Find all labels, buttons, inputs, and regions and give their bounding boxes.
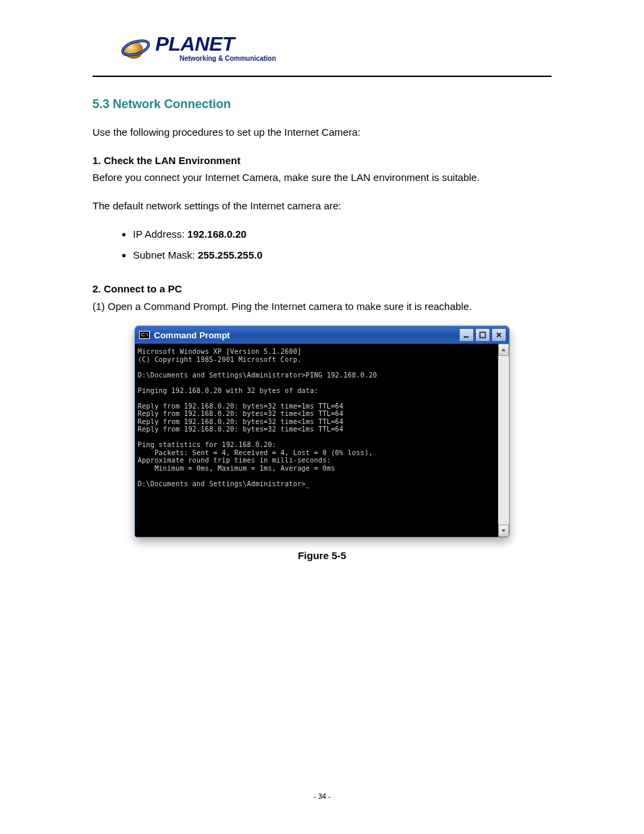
planet-globe-icon (122, 34, 150, 62)
scroll-down-icon[interactable] (498, 525, 509, 537)
subnet-value: 255.255.255.0 (198, 249, 263, 261)
cmd-window-controls (459, 328, 506, 342)
brand-tagline: Networking & Communication (155, 55, 276, 62)
maximize-button[interactable] (475, 328, 490, 342)
header-divider (92, 76, 552, 77)
ip-value: 192.168.0.20 (188, 228, 247, 240)
figure-caption: Figure 5-5 (92, 550, 552, 561)
intro-paragraph: Use the following procedures to set up t… (92, 124, 552, 141)
document-body: 5.3 Network Connection Use the following… (92, 97, 552, 561)
cmd-output: Microsoft Windows XP [Version 5.1.2600] … (135, 344, 498, 537)
page-number: - 34 - (0, 792, 644, 800)
step-2: 2. Connect to a PC (1) Open a Command Pr… (92, 280, 552, 315)
brand-name: PLANET (155, 34, 276, 54)
close-button[interactable] (491, 328, 506, 342)
cmd-icon: C:\ (139, 331, 150, 339)
step-2-title: 2. Connect to a PC (92, 283, 182, 294)
ip-label: IP Address: (133, 228, 188, 240)
cmd-window-title: Command Prompt (154, 330, 455, 340)
brand-logo: PLANET Networking & Communication (122, 34, 644, 62)
step-2-body: (1) Open a Command Prompt. Ping the Inte… (92, 301, 472, 312)
section-heading: 5.3 Network Connection (92, 97, 552, 111)
scroll-up-icon[interactable] (498, 344, 509, 356)
list-item-subnet: Subnet Mask: 255.255.255.0 (133, 246, 552, 264)
default-settings-intro: The default network settings of the Inte… (92, 197, 552, 215)
cmd-scrollbar[interactable] (498, 344, 509, 537)
step-1-body: Before you connect your Internet Camera,… (92, 172, 480, 183)
default-settings-list: IP Address: 192.168.0.20 Subnet Mask: 25… (92, 225, 552, 264)
step-1: 1. Check the LAN Environment Before you … (92, 152, 552, 186)
svg-marker-7 (502, 348, 506, 351)
step-1-title: 1. Check the LAN Environment (92, 155, 240, 166)
page-header: PLANET Networking & Communication (0, 0, 644, 62)
subnet-label: Subnet Mask: (133, 249, 198, 261)
command-prompt-window: C:\ Command Prompt Microsoft Windows XP … (134, 325, 510, 538)
svg-marker-8 (502, 529, 506, 532)
list-item-ip: IP Address: 192.168.0.20 (133, 225, 552, 243)
svg-rect-3 (464, 336, 468, 338)
minimize-button[interactable] (459, 328, 474, 342)
svg-rect-4 (480, 332, 485, 338)
cmd-titlebar: C:\ Command Prompt (135, 326, 509, 344)
scroll-track[interactable] (498, 356, 509, 525)
